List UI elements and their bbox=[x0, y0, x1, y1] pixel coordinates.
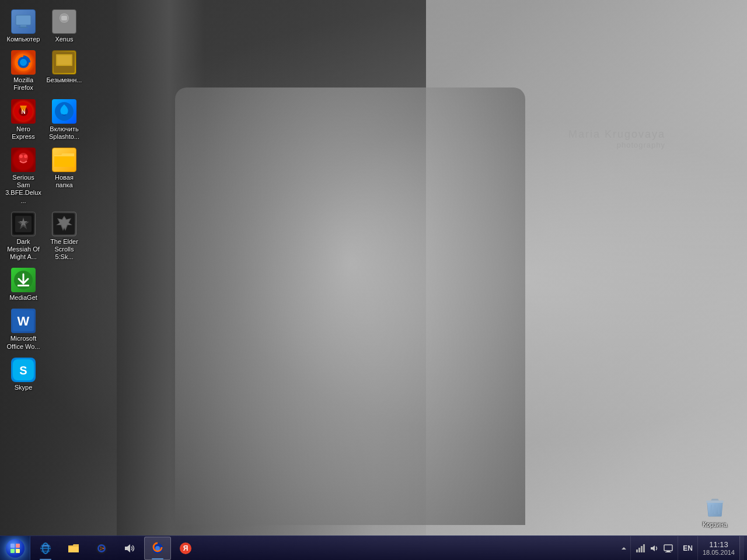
svg-rect-58 bbox=[643, 544, 645, 552]
photographer-title: photography bbox=[568, 141, 665, 149]
tray-lang-area: EN bbox=[678, 536, 697, 560]
svg-rect-60 bbox=[664, 545, 672, 551]
start-orb bbox=[6, 539, 25, 558]
clock-date: 18.05.2014 bbox=[703, 549, 735, 556]
photographer-name: Maria Krugovaya bbox=[568, 128, 665, 141]
desktop-icon-splash[interactable]: Включить Splashtо... bbox=[44, 96, 85, 144]
firefox-tb-glow bbox=[152, 558, 163, 559]
svg-rect-37 bbox=[11, 549, 15, 553]
xenus-icon bbox=[52, 9, 76, 34]
icon-row-7: W Microsoft Office Wo... bbox=[3, 305, 85, 354]
svg-rect-36 bbox=[16, 544, 20, 548]
svg-point-21 bbox=[24, 155, 27, 158]
svg-point-4 bbox=[57, 23, 71, 32]
desktop-icon-skype[interactable]: S Skype bbox=[3, 354, 44, 395]
svg-rect-31 bbox=[706, 501, 724, 503]
svg-rect-26 bbox=[18, 285, 29, 286]
elder-scrolls-icon bbox=[52, 212, 76, 236]
svg-rect-2 bbox=[19, 27, 28, 28]
desktop-icon-nero[interactable]: N Nero Express bbox=[3, 96, 44, 144]
desktop-icon-bezymyan[interactable]: Безымянн... bbox=[44, 47, 85, 95]
clock-area[interactable]: 11:13 18.05.2014 bbox=[697, 536, 739, 560]
folder-label: Новая папка bbox=[46, 174, 82, 189]
tray-language[interactable]: EN bbox=[681, 544, 694, 552]
start-button[interactable] bbox=[0, 536, 30, 561]
dark-messiah-label: Dark Messiah Of Might A... bbox=[5, 238, 41, 261]
svg-point-20 bbox=[19, 155, 23, 158]
desktop-icon-elder-scrolls[interactable]: The Elder Scrolls 5:Sk... bbox=[44, 208, 85, 265]
svg-rect-6 bbox=[61, 16, 67, 20]
svg-rect-11 bbox=[57, 55, 71, 65]
svg-marker-54 bbox=[622, 547, 626, 550]
svg-marker-59 bbox=[651, 545, 655, 551]
skype-label: Skype bbox=[15, 384, 33, 391]
taskbar: Я bbox=[0, 536, 747, 560]
desktop-icon-sam[interactable]: Serious Sam 3.BFE.Delux... bbox=[3, 144, 44, 208]
xenus-label: Xenus bbox=[55, 36, 73, 43]
desktop-icon-new-folder[interactable]: Новая папка bbox=[44, 144, 85, 208]
recycle-bin-label: Корзина bbox=[703, 521, 727, 528]
recycle-bin[interactable]: Корзина bbox=[700, 492, 729, 531]
mediaget-icon bbox=[11, 268, 36, 292]
desktop-icon-dark-messiah[interactable]: Dark Messiah Of Might A... bbox=[3, 208, 44, 265]
tray-action-center-icon[interactable] bbox=[662, 542, 675, 555]
svg-rect-55 bbox=[636, 550, 638, 552]
tray-expand-button[interactable] bbox=[617, 542, 630, 555]
dark-messiah-icon bbox=[11, 212, 36, 236]
svg-rect-1 bbox=[20, 25, 26, 27]
desktop: Maria Krugovaya photography Компьютер bbox=[0, 0, 747, 560]
taskbar-item-firefox[interactable] bbox=[144, 537, 171, 560]
svg-line-32 bbox=[711, 505, 711, 514]
svg-marker-49 bbox=[125, 544, 130, 552]
firefox-label: Mozilla Firefox bbox=[5, 76, 41, 92]
taskbar-item-explorer[interactable] bbox=[60, 537, 87, 560]
svg-text:W: W bbox=[18, 314, 30, 328]
bezymyan-label: Безымянн... bbox=[47, 76, 82, 84]
mediaget-label: MediaGet bbox=[9, 294, 37, 302]
show-desktop-button[interactable] bbox=[739, 536, 744, 561]
clock-time: 11:13 bbox=[709, 540, 728, 549]
portrait-area bbox=[175, 88, 525, 525]
svg-rect-56 bbox=[638, 548, 640, 552]
folder-icon bbox=[52, 148, 76, 172]
icon-row-3: N Nero Express Включить Splashtо... bbox=[3, 96, 85, 144]
taskbar-item-ie[interactable] bbox=[32, 537, 59, 560]
desktop-icon-word[interactable]: W Microsoft Office Wo... bbox=[3, 305, 44, 354]
svg-line-34 bbox=[718, 505, 719, 514]
ie-glow bbox=[40, 559, 51, 560]
desktop-icon-firefox[interactable]: Mozilla Firefox bbox=[3, 47, 44, 95]
firefox-icon bbox=[11, 50, 36, 75]
svg-rect-61 bbox=[666, 551, 670, 552]
elder-scrolls-label: The Elder Scrolls 5:Sk... bbox=[46, 238, 82, 261]
desktop-icon-xenus[interactable]: Xenus bbox=[44, 6, 85, 47]
skype-icon: S bbox=[11, 358, 36, 382]
svg-point-48 bbox=[100, 547, 103, 550]
computer-icon bbox=[11, 9, 36, 34]
svg-rect-38 bbox=[16, 549, 20, 553]
bezymyan-icon bbox=[52, 50, 76, 75]
watermark: Maria Krugovaya photography bbox=[568, 128, 665, 149]
sam-icon bbox=[11, 148, 36, 172]
splash-icon bbox=[52, 99, 76, 124]
tray-notification-area bbox=[630, 536, 678, 560]
taskbar-item-wmp[interactable] bbox=[88, 537, 115, 560]
taskbar-item-yandex[interactable]: Я bbox=[172, 537, 199, 560]
word-icon: W bbox=[11, 309, 36, 333]
icon-row-5: Dark Messiah Of Might A... The Elder Scr… bbox=[3, 208, 85, 265]
nero-label: Nero Express bbox=[5, 125, 41, 141]
svg-rect-62 bbox=[665, 552, 671, 552]
desktop-icon-mediaget[interactable]: MediaGet bbox=[3, 264, 44, 305]
icon-row-8: S Skype bbox=[3, 354, 85, 395]
svg-point-8 bbox=[20, 59, 27, 66]
splash-label: Включить Splashtо... bbox=[46, 125, 82, 141]
tray-network-icon[interactable] bbox=[634, 542, 647, 555]
tray-volume-icon[interactable] bbox=[648, 542, 661, 555]
desktop-icon-computer[interactable]: Компьютер bbox=[3, 6, 44, 47]
svg-text:S: S bbox=[19, 364, 27, 377]
icon-row-1: Компьютер Xenus bbox=[3, 6, 85, 47]
taskbar-item-volume[interactable] bbox=[116, 537, 143, 560]
computer-label: Компьютер bbox=[7, 36, 40, 43]
icon-row-2: Mozilla Firefox Безымянн... bbox=[3, 47, 85, 95]
recycle-bin-icon bbox=[703, 495, 727, 519]
svg-text:Я: Я bbox=[183, 544, 189, 552]
